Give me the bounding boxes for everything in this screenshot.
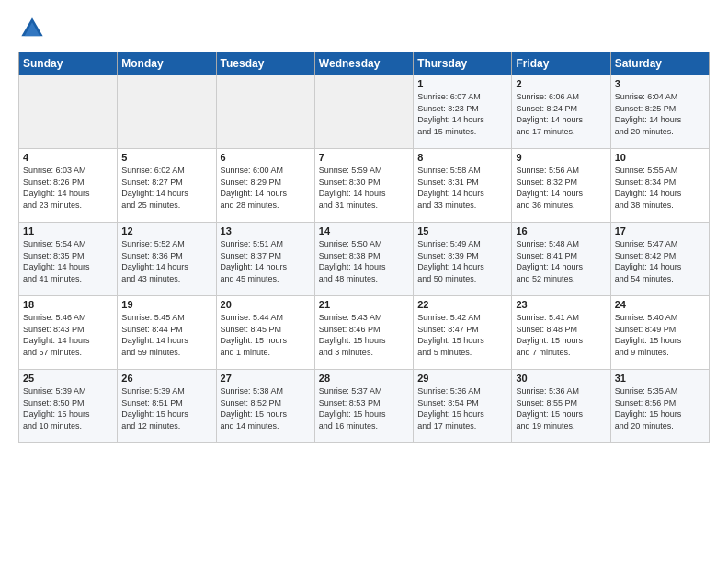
day-header-friday: Friday bbox=[512, 52, 610, 75]
day-info: Sunrise: 5:40 AM Sunset: 8:49 PM Dayligh… bbox=[615, 312, 705, 358]
day-info: Sunrise: 5:44 AM Sunset: 8:45 PM Dayligh… bbox=[221, 312, 311, 358]
day-info: Sunrise: 5:37 AM Sunset: 8:53 PM Dayligh… bbox=[319, 385, 409, 431]
calendar-cell: 10Sunrise: 5:55 AM Sunset: 8:34 PM Dayli… bbox=[610, 149, 709, 223]
day-info: Sunrise: 5:36 AM Sunset: 8:54 PM Dayligh… bbox=[417, 385, 507, 431]
day-number: 25 bbox=[23, 373, 113, 384]
day-number: 23 bbox=[516, 299, 606, 310]
calendar-cell: 21Sunrise: 5:43 AM Sunset: 8:46 PM Dayli… bbox=[314, 296, 413, 370]
day-number: 26 bbox=[121, 373, 211, 384]
day-number: 15 bbox=[417, 225, 507, 236]
calendar-cell: 13Sunrise: 5:51 AM Sunset: 8:37 PM Dayli… bbox=[216, 223, 314, 296]
week-row-3: 11Sunrise: 5:54 AM Sunset: 8:35 PM Dayli… bbox=[19, 223, 710, 296]
calendar-cell: 7Sunrise: 5:59 AM Sunset: 8:30 PM Daylig… bbox=[314, 149, 413, 223]
calendar-cell: 12Sunrise: 5:52 AM Sunset: 8:36 PM Dayli… bbox=[118, 223, 216, 296]
day-info: Sunrise: 6:02 AM Sunset: 8:27 PM Dayligh… bbox=[121, 165, 211, 211]
day-info: Sunrise: 5:51 AM Sunset: 8:37 PM Dayligh… bbox=[221, 238, 311, 284]
calendar-cell: 9Sunrise: 5:56 AM Sunset: 8:32 PM Daylig… bbox=[512, 149, 610, 223]
calendar-cell: 20Sunrise: 5:44 AM Sunset: 8:45 PM Dayli… bbox=[216, 296, 314, 370]
day-info: Sunrise: 5:49 AM Sunset: 8:39 PM Dayligh… bbox=[417, 238, 507, 284]
day-info: Sunrise: 5:45 AM Sunset: 8:44 PM Dayligh… bbox=[121, 312, 211, 358]
day-number: 31 bbox=[615, 373, 705, 384]
day-info: Sunrise: 5:41 AM Sunset: 8:48 PM Dayligh… bbox=[516, 312, 606, 358]
calendar-cell: 27Sunrise: 5:38 AM Sunset: 8:52 PM Dayli… bbox=[216, 370, 314, 443]
day-number: 3 bbox=[615, 78, 705, 89]
day-header-sunday: Sunday bbox=[19, 52, 118, 75]
calendar-cell: 14Sunrise: 5:50 AM Sunset: 8:38 PM Dayli… bbox=[314, 223, 413, 296]
calendar-cell: 24Sunrise: 5:40 AM Sunset: 8:49 PM Dayli… bbox=[610, 296, 709, 370]
week-row-1: 1Sunrise: 6:07 AM Sunset: 8:23 PM Daylig… bbox=[19, 75, 710, 149]
day-number: 14 bbox=[319, 225, 409, 236]
day-number: 30 bbox=[516, 373, 606, 384]
day-info: Sunrise: 5:59 AM Sunset: 8:30 PM Dayligh… bbox=[319, 165, 409, 211]
calendar-cell bbox=[216, 75, 314, 149]
day-number: 7 bbox=[319, 152, 409, 163]
day-number: 28 bbox=[319, 373, 409, 384]
header bbox=[18, 15, 710, 42]
calendar-cell: 8Sunrise: 5:58 AM Sunset: 8:31 PM Daylig… bbox=[414, 149, 512, 223]
day-header-wednesday: Wednesday bbox=[314, 52, 413, 75]
day-header-saturday: Saturday bbox=[610, 52, 709, 75]
week-row-5: 25Sunrise: 5:39 AM Sunset: 8:50 PM Dayli… bbox=[19, 370, 710, 443]
day-info: Sunrise: 5:55 AM Sunset: 8:34 PM Dayligh… bbox=[615, 165, 705, 211]
calendar-cell: 15Sunrise: 5:49 AM Sunset: 8:39 PM Dayli… bbox=[414, 223, 512, 296]
day-info: Sunrise: 5:46 AM Sunset: 8:43 PM Dayligh… bbox=[23, 312, 113, 358]
day-info: Sunrise: 5:47 AM Sunset: 8:42 PM Dayligh… bbox=[615, 238, 705, 284]
day-info: Sunrise: 6:06 AM Sunset: 8:24 PM Dayligh… bbox=[516, 91, 606, 137]
calendar-cell: 30Sunrise: 5:36 AM Sunset: 8:55 PM Dayli… bbox=[512, 370, 610, 443]
day-number: 27 bbox=[221, 373, 311, 384]
calendar-cell: 19Sunrise: 5:45 AM Sunset: 8:44 PM Dayli… bbox=[118, 296, 216, 370]
logo bbox=[18, 15, 50, 42]
day-number: 20 bbox=[221, 299, 311, 310]
calendar-cell: 25Sunrise: 5:39 AM Sunset: 8:50 PM Dayli… bbox=[19, 370, 118, 443]
day-info: Sunrise: 5:36 AM Sunset: 8:55 PM Dayligh… bbox=[516, 385, 606, 431]
day-number: 8 bbox=[417, 152, 507, 163]
day-header-thursday: Thursday bbox=[414, 52, 512, 75]
day-info: Sunrise: 5:38 AM Sunset: 8:52 PM Dayligh… bbox=[221, 385, 311, 431]
day-info: Sunrise: 5:48 AM Sunset: 8:41 PM Dayligh… bbox=[516, 238, 606, 284]
calendar-cell: 6Sunrise: 6:00 AM Sunset: 8:29 PM Daylig… bbox=[216, 149, 314, 223]
day-info: Sunrise: 5:42 AM Sunset: 8:47 PM Dayligh… bbox=[417, 312, 507, 358]
calendar-cell: 28Sunrise: 5:37 AM Sunset: 8:53 PM Dayli… bbox=[314, 370, 413, 443]
day-number: 13 bbox=[221, 225, 311, 236]
calendar-cell: 2Sunrise: 6:06 AM Sunset: 8:24 PM Daylig… bbox=[512, 75, 610, 149]
calendar-table: SundayMondayTuesdayWednesdayThursdayFrid… bbox=[18, 52, 710, 443]
day-number: 2 bbox=[516, 78, 606, 89]
day-number: 5 bbox=[121, 152, 211, 163]
calendar-cell bbox=[314, 75, 413, 149]
week-row-2: 4Sunrise: 6:03 AM Sunset: 8:26 PM Daylig… bbox=[19, 149, 710, 223]
day-info: Sunrise: 6:03 AM Sunset: 8:26 PM Dayligh… bbox=[23, 165, 113, 211]
calendar-cell: 18Sunrise: 5:46 AM Sunset: 8:43 PM Dayli… bbox=[19, 296, 118, 370]
calendar-cell: 16Sunrise: 5:48 AM Sunset: 8:41 PM Dayli… bbox=[512, 223, 610, 296]
day-number: 19 bbox=[121, 299, 211, 310]
day-number: 1 bbox=[417, 78, 507, 89]
day-info: Sunrise: 5:35 AM Sunset: 8:56 PM Dayligh… bbox=[615, 385, 705, 431]
calendar-cell: 1Sunrise: 6:07 AM Sunset: 8:23 PM Daylig… bbox=[414, 75, 512, 149]
calendar-cell: 4Sunrise: 6:03 AM Sunset: 8:26 PM Daylig… bbox=[19, 149, 118, 223]
day-header-monday: Monday bbox=[118, 52, 216, 75]
calendar-cell: 26Sunrise: 5:39 AM Sunset: 8:51 PM Dayli… bbox=[118, 370, 216, 443]
day-number: 12 bbox=[121, 225, 211, 236]
day-number: 17 bbox=[615, 225, 705, 236]
day-number: 6 bbox=[221, 152, 311, 163]
day-info: Sunrise: 5:39 AM Sunset: 8:51 PM Dayligh… bbox=[121, 385, 211, 431]
calendar-cell: 17Sunrise: 5:47 AM Sunset: 8:42 PM Dayli… bbox=[610, 223, 709, 296]
day-info: Sunrise: 5:43 AM Sunset: 8:46 PM Dayligh… bbox=[319, 312, 409, 358]
calendar-cell: 11Sunrise: 5:54 AM Sunset: 8:35 PM Dayli… bbox=[19, 223, 118, 296]
day-number: 10 bbox=[615, 152, 705, 163]
calendar-cell: 23Sunrise: 5:41 AM Sunset: 8:48 PM Dayli… bbox=[512, 296, 610, 370]
day-info: Sunrise: 5:56 AM Sunset: 8:32 PM Dayligh… bbox=[516, 165, 606, 211]
calendar-cell: 5Sunrise: 6:02 AM Sunset: 8:27 PM Daylig… bbox=[118, 149, 216, 223]
day-header-tuesday: Tuesday bbox=[216, 52, 314, 75]
day-number: 21 bbox=[319, 299, 409, 310]
day-number: 4 bbox=[23, 152, 113, 163]
calendar-cell: 29Sunrise: 5:36 AM Sunset: 8:54 PM Dayli… bbox=[414, 370, 512, 443]
day-number: 24 bbox=[615, 299, 705, 310]
day-info: Sunrise: 5:54 AM Sunset: 8:35 PM Dayligh… bbox=[23, 238, 113, 284]
day-number: 18 bbox=[23, 299, 113, 310]
days-header-row: SundayMondayTuesdayWednesdayThursdayFrid… bbox=[19, 52, 710, 75]
day-number: 29 bbox=[417, 373, 507, 384]
day-number: 11 bbox=[23, 225, 113, 236]
day-info: Sunrise: 6:00 AM Sunset: 8:29 PM Dayligh… bbox=[221, 165, 311, 211]
calendar-cell: 31Sunrise: 5:35 AM Sunset: 8:56 PM Dayli… bbox=[610, 370, 709, 443]
day-info: Sunrise: 5:39 AM Sunset: 8:50 PM Dayligh… bbox=[23, 385, 113, 431]
